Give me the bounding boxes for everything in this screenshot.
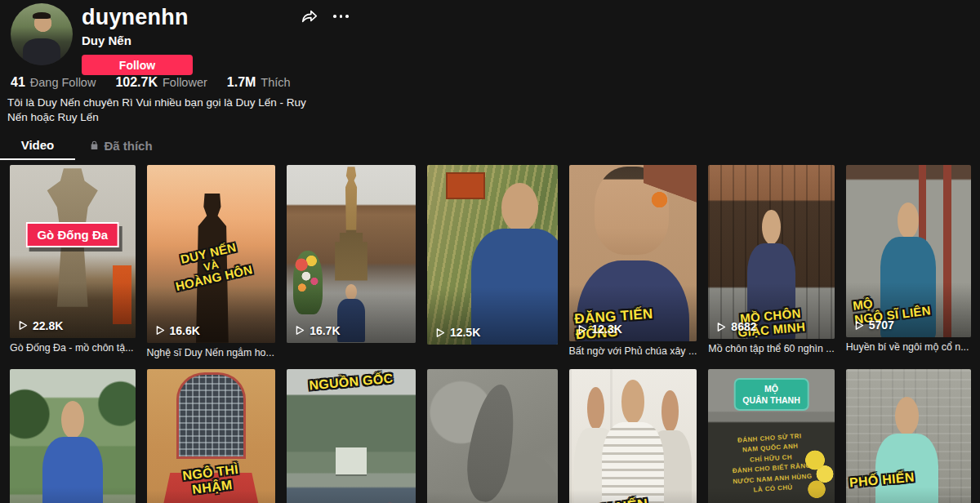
- video-thumbnail[interactable]: PHỐ HIẾN 13.6K: [846, 369, 971, 503]
- video-card[interactable]: Gò Đống Đa 22.8K Gò Đống Đa - mồ chôn tậ…: [10, 165, 136, 361]
- video-caption[interactable]: Nghệ sĩ Duy Nến ngắm ho...: [147, 347, 276, 359]
- view-count-value: 16.6K: [170, 324, 200, 337]
- video-card[interactable]: MỒ CHÔN GIẶC MINH 8682 Mồ chôn tập thể 6…: [708, 165, 834, 361]
- play-icon: [715, 321, 727, 333]
- video-card[interactable]: 16.7K: [287, 165, 416, 361]
- flowers-art: [293, 251, 323, 314]
- person-art: [471, 183, 557, 345]
- video-card[interactable]: BÀN CHÂN SƠN TINH 26K Bàn Chân Khổng Lồ …: [427, 369, 558, 503]
- thumbnail-overlay-text: DUY NẾN VÀ HOÀNG HÔN: [147, 233, 276, 300]
- stat-label: Đang Follow: [30, 76, 96, 89]
- view-count: 16.6K: [154, 324, 200, 337]
- tab-liked-label: Đã thích: [104, 139, 152, 153]
- display-name: Duy Nến: [82, 33, 980, 47]
- video-card[interactable]: AI LÀM CẦU THÊ HÚC 8183 Thần Siêu người …: [10, 369, 136, 503]
- video-thumbnail[interactable]: BÀN CHÂN SƠN TINH 26K: [427, 369, 558, 503]
- video-caption[interactable]: [287, 347, 416, 359]
- tab-liked[interactable]: Đã thích: [75, 132, 167, 160]
- view-count-value: 16.7K: [310, 324, 340, 337]
- view-count-value: 5707: [869, 318, 894, 332]
- thumbnail-overlay-text: NGUỒN GỐC: [287, 369, 416, 394]
- video-caption[interactable]: [427, 349, 558, 361]
- person-art: [42, 401, 103, 503]
- view-count: 8682: [715, 320, 756, 333]
- video-thumbnail[interactable]: MỘ NGÔ SĨ LIÊN 5707: [846, 165, 971, 337]
- video-card[interactable]: NGÔ THÌ NHẬM 6180 Cái chết tức tưởi của …: [147, 369, 276, 503]
- person-art: [337, 284, 366, 343]
- tab-bar: Video Đã thích: [0, 132, 980, 160]
- play-icon: [853, 319, 865, 332]
- video-thumbnail[interactable]: NGUỒN GỐC 3998: [287, 369, 416, 503]
- roof-art: [644, 165, 697, 207]
- view-count: 16.7K: [293, 324, 340, 337]
- view-count-value: 12.3K: [592, 323, 622, 336]
- profile-header: duynenhn Duy Nến Follow: [0, 0, 980, 69]
- username: duynenhn: [82, 6, 980, 29]
- play-icon: [576, 323, 588, 336]
- video-grid: Gò Đống Đa 22.8K Gò Đống Đa - mồ chôn tậ…: [0, 160, 980, 503]
- stat-label: Thích: [261, 76, 290, 89]
- stat-value: 41: [11, 75, 25, 90]
- sign-art: [336, 447, 367, 474]
- play-icon: [16, 319, 29, 332]
- video-thumbnail[interactable]: DUY NẾN 50.8K: [569, 369, 697, 503]
- play-icon: [293, 324, 305, 336]
- lock-icon: [89, 139, 100, 153]
- play-icon: [154, 324, 166, 336]
- video-thumbnail[interactable]: DUY NẾN VÀ HOÀNG HÔN 16.6K: [147, 165, 276, 343]
- video-thumbnail[interactable]: NGÔ THÌ NHẬM 6180: [147, 369, 276, 503]
- view-count: 22.8K: [16, 319, 63, 332]
- video-card[interactable]: PHỐ HIẾN 13.6K Tâm linh có thật tại Phố …: [846, 369, 971, 503]
- view-count: 12.5K: [434, 326, 480, 339]
- view-count-value: 8682: [731, 320, 756, 333]
- badge-line: QUÂN THANH: [742, 394, 800, 406]
- thumbnail-overlay-badge: Gò Đống Đa: [25, 222, 119, 247]
- video-caption[interactable]: Bất ngờ với Phủ chúa xây ...: [569, 345, 697, 358]
- stat-label: Follower: [163, 76, 207, 89]
- view-count-value: 12.5K: [450, 326, 480, 339]
- video-card[interactable]: ĐẶNG TIẾN ĐÔNG 12.3K Bất ngờ với Phủ chú…: [569, 165, 697, 361]
- follow-button[interactable]: Follow: [82, 55, 193, 75]
- badge-line: MỘ: [742, 383, 800, 394]
- stat-value: 1.7M: [227, 75, 256, 90]
- play-icon: [434, 327, 446, 339]
- video-thumbnail[interactable]: AI LÀM CẦU THÊ HÚC 8183: [10, 369, 136, 503]
- video-caption[interactable]: Huyền bí về ngôi mộ cổ n...: [846, 341, 971, 354]
- video-thumbnail[interactable]: ĐẶNG TIẾN ĐÔNG 12.3K: [569, 165, 697, 341]
- video-card[interactable]: MỘ NGÔ SĨ LIÊN 5707 Huyền bí về ngôi mộ …: [846, 165, 971, 361]
- profile-stats: 41 Đang Follow 102.7K Follower 1.7M Thíc…: [11, 75, 980, 90]
- video-card[interactable]: 12.5K: [427, 165, 558, 361]
- thumbnail-overlay-badge: MỘ QUÂN THANH: [733, 378, 809, 411]
- video-caption[interactable]: Gò Đống Đa - mồ chôn tậ...: [10, 342, 136, 354]
- video-thumbnail[interactable]: MỘ QUÂN THANH ĐÁNH CHO SỬ TRI NAM QUỐC A…: [708, 369, 834, 503]
- avatar[interactable]: [11, 3, 73, 65]
- video-thumbnail[interactable]: Gò Đống Đa 22.8K: [10, 165, 136, 338]
- video-card[interactable]: DUY NẾN VÀ HOÀNG HÔN 16.6K Nghệ sĩ Duy N…: [147, 165, 276, 361]
- video-thumbnail[interactable]: 12.5K: [427, 165, 558, 345]
- view-count: 12.3K: [576, 323, 622, 336]
- stele-inscription: ĐÁNH CHO SỬ TRI NAM QUỐC ANH CHÍ HỮU CH …: [710, 430, 833, 498]
- stat-value: 102.7K: [115, 75, 158, 90]
- stat-likes: 1.7M Thích: [227, 75, 291, 90]
- video-card[interactable]: DUY NẾN 50.8K Con lật đật Duy Nến ...: [569, 369, 697, 503]
- video-card[interactable]: NGUỒN GỐC 3998 Nguồn gốc và ý nghĩa của …: [287, 369, 416, 503]
- share-icon[interactable]: [301, 7, 318, 25]
- view-count: 5707: [853, 318, 894, 332]
- view-count-value: 22.8K: [33, 319, 63, 332]
- video-thumbnail[interactable]: 16.7K: [287, 165, 416, 343]
- stat-following[interactable]: 41 Đang Follow: [11, 75, 96, 90]
- stat-followers[interactable]: 102.7K Follower: [115, 75, 207, 90]
- more-icon[interactable]: [333, 7, 349, 25]
- video-caption[interactable]: Mồ chôn tập thể 60 nghìn ...: [708, 343, 834, 355]
- person-art: [602, 380, 663, 503]
- profile-bio: Tôi là Duy Nến chuyên Rì Vui nhiều bạn g…: [7, 96, 311, 125]
- video-card[interactable]: MỘ QUÂN THANH ĐÁNH CHO SỬ TRI NAM QUỐC A…: [708, 369, 834, 503]
- video-thumbnail[interactable]: MỒ CHÔN GIẶC MINH 8682: [708, 165, 834, 339]
- thumbnail-art: [113, 265, 131, 324]
- tab-videos[interactable]: Video: [0, 132, 75, 160]
